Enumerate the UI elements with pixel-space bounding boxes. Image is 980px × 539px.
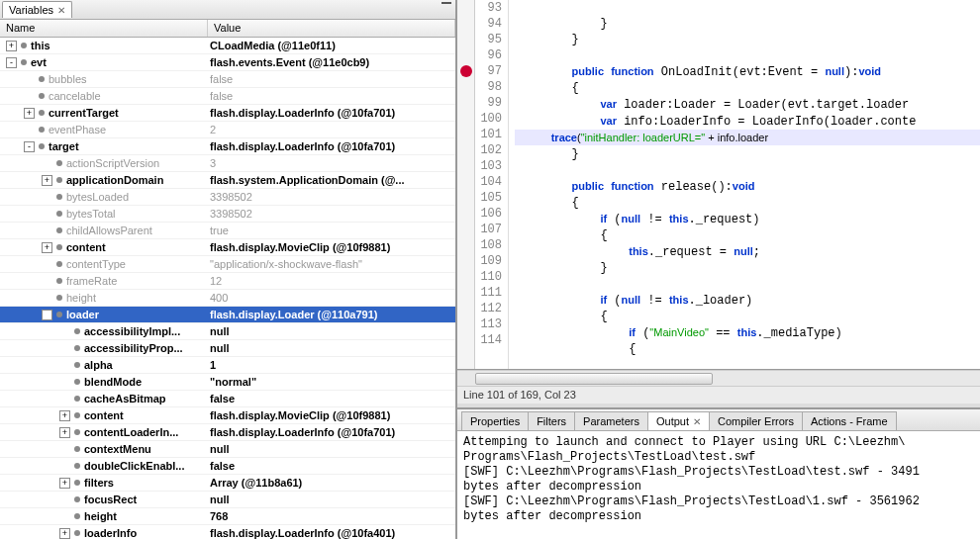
table-row[interactable]: childAllowsParenttrue — [0, 223, 455, 239]
table-row[interactable]: +loaderInfoflash.display.LoaderInfo (@10… — [0, 525, 455, 539]
var-name: doubleClickEnabl... — [84, 460, 184, 472]
status-bar: Line 101 of 169, Col 23 — [457, 386, 980, 404]
tab-actions-frame[interactable]: Actions - Frame — [802, 411, 897, 430]
table-row[interactable]: accessibilityImpl...null — [0, 323, 455, 340]
table-row[interactable]: +filtersArray (@11b8a61) — [0, 475, 455, 492]
scrollbar-thumb[interactable] — [475, 373, 713, 385]
expand-icon[interactable]: + — [59, 478, 70, 489]
var-name: height — [84, 510, 117, 522]
table-row[interactable]: contentType"application/x-shockwave-flas… — [0, 256, 455, 273]
var-name: childAllowsParent — [66, 225, 152, 236]
var-value: null — [208, 342, 455, 354]
tab-parameters[interactable]: Parameters — [574, 411, 648, 430]
table-row[interactable]: eventPhase2 — [0, 122, 455, 138]
table-row[interactable]: +contentLoaderIn...flash.display.LoaderI… — [0, 424, 455, 441]
variables-tree[interactable]: +thisCLoadMedia (@11e0f11)-evtflash.even… — [0, 38, 455, 539]
collapse-icon[interactable]: - — [24, 141, 35, 152]
table-row[interactable]: +applicationDomainflash.system.Applicati… — [0, 172, 455, 189]
close-icon[interactable]: ✕ — [57, 5, 65, 16]
var-value: flash.display.LoaderInfo (@10fa401) — [208, 527, 455, 539]
var-name: accessibilityProp... — [84, 342, 183, 354]
bullet-icon — [39, 76, 45, 82]
bullet-icon — [39, 110, 45, 116]
var-value: 3 — [208, 157, 455, 169]
table-row[interactable]: blendMode"normal" — [0, 374, 455, 391]
code-editor[interactable]: 93 94 95 96 97 98 99 100 101 102 103 104… — [457, 0, 980, 370]
table-row[interactable]: alpha1 — [0, 357, 455, 374]
bullet-icon — [74, 379, 80, 385]
var-value: null — [208, 494, 455, 505]
table-row[interactable]: -evtflash.events.Event (@11e0cb9) — [0, 54, 455, 71]
line-numbers: 93 94 95 96 97 98 99 100 101 102 103 104… — [475, 0, 509, 369]
expand-icon[interactable]: + — [6, 41, 17, 51]
bullet-icon — [39, 93, 45, 99]
tab-compiler-errors[interactable]: Compiler Errors — [709, 411, 803, 430]
gutter[interactable] — [457, 0, 475, 369]
table-row[interactable]: +contentflash.display.MovieClip (@10f988… — [0, 407, 455, 424]
tab-properties[interactable]: Properties — [461, 411, 529, 430]
table-row[interactable]: -loaderflash.display.Loader (@110a791) — [0, 307, 455, 323]
bullet-icon — [39, 143, 45, 149]
bullet-icon — [56, 211, 62, 217]
collapse-icon[interactable]: - — [6, 57, 17, 68]
var-value: 768 — [208, 510, 455, 522]
var-name: bytesTotal — [66, 208, 116, 220]
expand-icon[interactable]: + — [42, 175, 52, 186]
panel-controls[interactable] — [441, 2, 451, 4]
bullet-icon — [56, 295, 62, 301]
var-value: flash.events.Event (@11e0cb9) — [208, 56, 455, 68]
table-row[interactable]: +currentTargetflash.display.LoaderInfo (… — [0, 105, 455, 122]
expand-icon[interactable]: + — [59, 427, 70, 438]
collapse-icon[interactable]: - — [42, 310, 52, 320]
code-text[interactable]: } } public function OnLoadInit(evt:Event… — [509, 0, 980, 369]
bullet-icon — [56, 160, 62, 166]
tab-filters[interactable]: Filters — [528, 411, 575, 430]
table-row[interactable]: height768 — [0, 508, 455, 525]
var-value: "normal" — [208, 376, 455, 388]
expand-icon[interactable]: + — [24, 108, 35, 119]
bullet-icon — [74, 396, 80, 402]
table-row[interactable]: +thisCLoadMedia (@11e0f11) — [0, 38, 455, 54]
tab-output[interactable]: Output✕ — [647, 411, 710, 430]
bullet-icon — [74, 328, 80, 334]
table-row[interactable]: cacheAsBitmapfalse — [0, 391, 455, 407]
bullet-icon — [74, 362, 80, 368]
var-name: filters — [84, 477, 114, 489]
breakpoint-icon[interactable] — [460, 65, 472, 77]
table-row[interactable]: bubblesfalse — [0, 71, 455, 88]
table-row[interactable]: doubleClickEnabl...false — [0, 458, 455, 475]
table-row[interactable]: height400 — [0, 290, 455, 307]
expand-icon[interactable]: + — [42, 242, 52, 253]
table-row[interactable]: actionScriptVersion3 — [0, 155, 455, 172]
var-name: contentLoaderIn... — [84, 426, 178, 438]
horizontal-scrollbar[interactable] — [457, 370, 980, 386]
var-value: "application/x-shockwave-flash" — [208, 258, 455, 270]
var-name: eventPhase — [49, 124, 106, 135]
close-icon[interactable]: ✕ — [693, 416, 701, 427]
console-output[interactable]: Attemping to launch and connect to Playe… — [457, 431, 980, 539]
var-name: content — [84, 409, 124, 421]
bullet-icon — [56, 261, 62, 267]
var-value: null — [208, 325, 455, 337]
table-row[interactable]: frameRate12 — [0, 273, 455, 290]
bullet-icon — [74, 446, 80, 452]
var-value: flash.display.Loader (@110a791) — [208, 309, 455, 320]
var-name: frameRate — [66, 275, 117, 287]
table-row[interactable]: +contentflash.display.MovieClip (@10f988… — [0, 239, 455, 256]
table-row[interactable]: contextMenunull — [0, 441, 455, 458]
table-row[interactable]: cancelablefalse — [0, 88, 455, 105]
column-value[interactable]: Value — [208, 20, 455, 37]
var-name: bytesLoaded — [66, 191, 129, 203]
editor-panel: 93 94 95 96 97 98 99 100 101 102 103 104… — [457, 0, 980, 539]
table-row[interactable]: bytesLoaded3398502 — [0, 189, 455, 206]
tab-variables[interactable]: Variables ✕ — [2, 1, 72, 18]
table-row[interactable]: focusRectnull — [0, 492, 455, 508]
table-row[interactable]: -targetflash.display.LoaderInfo (@10fa70… — [0, 138, 455, 155]
table-row[interactable]: bytesTotal3398502 — [0, 206, 455, 223]
expand-icon[interactable]: + — [59, 528, 70, 539]
table-row[interactable]: accessibilityProp...null — [0, 340, 455, 357]
expand-icon[interactable]: + — [59, 410, 70, 421]
var-value: flash.display.MovieClip (@10f9881) — [208, 241, 455, 253]
column-name[interactable]: Name — [0, 20, 208, 37]
var-name: currentTarget — [49, 107, 119, 119]
